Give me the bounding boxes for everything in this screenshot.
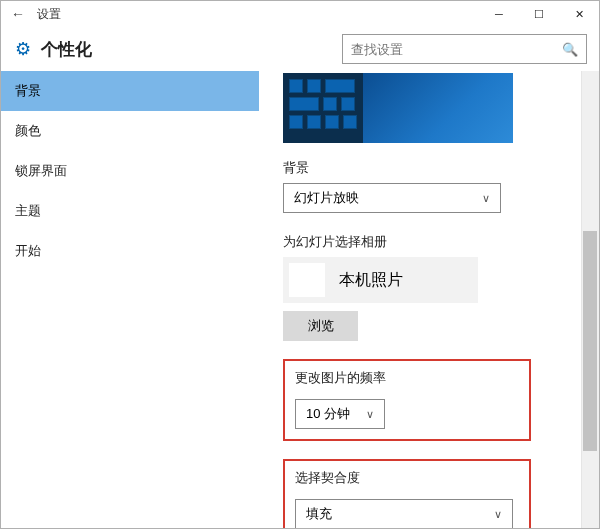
settings-window: ← 设置 ─ ☐ ✕ ⚙ 个性化 🔍 背景 颜色 锁屏界面 主题 开始 bbox=[0, 0, 600, 529]
content: 背景 幻灯片放映 ∨ 为幻灯片选择相册 本机照片 浏览 更改图片的频率 10 分… bbox=[259, 71, 599, 528]
desktop-preview bbox=[283, 73, 513, 143]
frequency-label: 更改图片的频率 bbox=[295, 369, 519, 387]
album-row[interactable]: 本机照片 bbox=[283, 257, 478, 303]
fit-highlight: 选择契合度 填充 ∨ bbox=[283, 459, 531, 528]
sidebar-item-background[interactable]: 背景 bbox=[1, 71, 259, 111]
album-block: 本机照片 浏览 bbox=[283, 257, 579, 341]
chevron-down-icon: ∨ bbox=[366, 408, 374, 421]
fit-label: 选择契合度 bbox=[295, 469, 519, 487]
window-title: 设置 bbox=[37, 6, 61, 23]
window-controls: ─ ☐ ✕ bbox=[479, 1, 599, 27]
frequency-highlight: 更改图片的频率 10 分钟 ∨ bbox=[283, 359, 531, 441]
fit-select[interactable]: 填充 ∨ bbox=[295, 499, 513, 528]
album-thumbnail bbox=[289, 263, 325, 297]
search-box[interactable]: 🔍 bbox=[342, 34, 587, 64]
browse-button[interactable]: 浏览 bbox=[283, 311, 358, 341]
chevron-down-icon: ∨ bbox=[494, 508, 502, 521]
fit-value: 填充 bbox=[306, 505, 332, 523]
sidebar-item-lockscreen[interactable]: 锁屏界面 bbox=[1, 151, 259, 191]
body: 背景 颜色 锁屏界面 主题 开始 背景 bbox=[1, 71, 599, 528]
frequency-select[interactable]: 10 分钟 ∨ bbox=[295, 399, 385, 429]
minimize-button[interactable]: ─ bbox=[479, 1, 519, 27]
header: ⚙ 个性化 🔍 bbox=[1, 27, 599, 71]
background-select-value: 幻灯片放映 bbox=[294, 189, 359, 207]
scrollbar[interactable] bbox=[581, 71, 599, 528]
sidebar-item-colors[interactable]: 颜色 bbox=[1, 111, 259, 151]
gear-icon: ⚙ bbox=[15, 38, 31, 60]
sidebar: 背景 颜色 锁屏界面 主题 开始 bbox=[1, 71, 259, 528]
sidebar-item-start[interactable]: 开始 bbox=[1, 231, 259, 271]
frequency-value: 10 分钟 bbox=[306, 405, 350, 423]
background-label: 背景 bbox=[283, 159, 579, 177]
maximize-button[interactable]: ☐ bbox=[519, 1, 559, 27]
album-label: 为幻灯片选择相册 bbox=[283, 233, 579, 251]
back-button[interactable]: ← bbox=[11, 6, 25, 22]
search-input[interactable] bbox=[351, 42, 562, 57]
chevron-down-icon: ∨ bbox=[482, 192, 490, 205]
background-select[interactable]: 幻灯片放映 ∨ bbox=[283, 183, 501, 213]
page-title: 个性化 bbox=[41, 38, 92, 61]
close-button[interactable]: ✕ bbox=[559, 1, 599, 27]
titlebar: ← 设置 ─ ☐ ✕ bbox=[1, 1, 599, 27]
sidebar-item-themes[interactable]: 主题 bbox=[1, 191, 259, 231]
scrollbar-thumb[interactable] bbox=[583, 231, 597, 451]
search-icon: 🔍 bbox=[562, 42, 578, 57]
album-name: 本机照片 bbox=[339, 270, 403, 291]
